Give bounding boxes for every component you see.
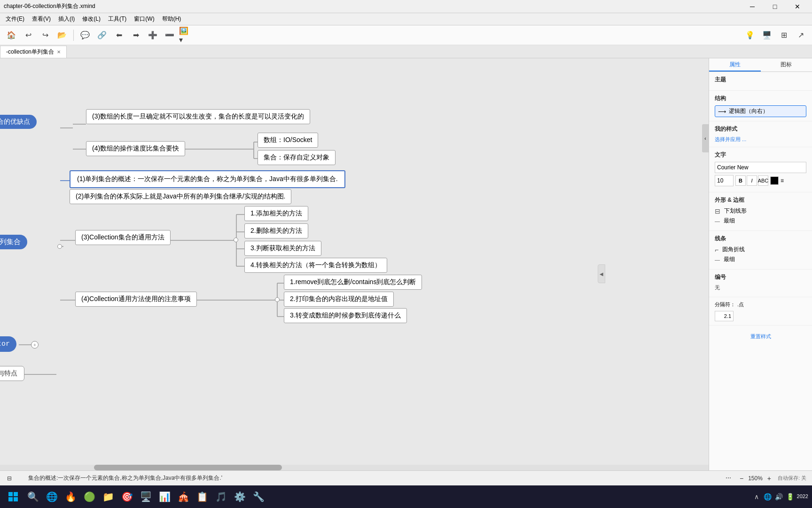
taskbar-search[interactable]: 🔍: [24, 488, 41, 505]
toolbar-open[interactable]: 📂: [55, 28, 70, 43]
start-button[interactable]: [4, 487, 23, 506]
menu-modify[interactable]: 修改(L): [78, 14, 104, 24]
node-list-system[interactable]: (2)单列集合的体系实际上就是Java中所有的单列集合继承/实现的结构图.: [70, 189, 291, 204]
node-print-collection[interactable]: 2.打印集合的内容出现的是地址值: [284, 292, 394, 307]
lines-title: 线条: [715, 235, 806, 243]
numbering-row: 无: [715, 284, 806, 291]
toolbar-screen[interactable]: 🖥️: [759, 28, 774, 43]
toolbar-minus[interactable]: ➖: [162, 28, 177, 43]
taskbar-explorer[interactable]: 📁: [100, 488, 117, 505]
toolbar-connect[interactable]: 🔗: [94, 28, 109, 43]
taskbar-app4[interactable]: 🎪: [175, 488, 192, 505]
node-get-method[interactable]: 3.判断获取相关的方法: [244, 241, 321, 256]
structure-logic-right[interactable]: ⟶ 逻辑图（向右）: [715, 105, 806, 117]
expand-dot-3[interactable]: +: [31, 341, 39, 349]
toolbar-bulb[interactable]: 💡: [742, 28, 757, 43]
menu-insert[interactable]: 插入(I): [55, 14, 78, 24]
scrollbar-horizontal[interactable]: [0, 465, 709, 470]
tray-time[interactable]: 2022: [797, 493, 808, 500]
menu-help[interactable]: 帮助(H): [158, 14, 185, 24]
text-align-btn[interactable]: ≡: [781, 177, 784, 184]
tab-icons[interactable]: 图标: [761, 58, 812, 71]
zoom-out-btn[interactable]: −: [737, 474, 746, 483]
taskbar-app6[interactable]: 🎵: [212, 488, 229, 505]
node-collection-methods[interactable]: (3)Collection集合的通用方法: [75, 230, 171, 245]
node-remove-contains[interactable]: 1.remove到底怎么删/contains到底怎么判断: [284, 275, 422, 290]
taskbar-app2[interactable]: 🖥️: [137, 488, 154, 505]
minimize-button[interactable]: ─: [742, 0, 763, 13]
status-more[interactable]: ⋯: [726, 475, 733, 482]
menu-bar: 文件(E) 查看(V) 插入(I) 修改(L) 工具(T) 窗口(W) 帮助(H…: [0, 13, 812, 25]
toolbar-image[interactable]: 🖼️ ▾: [179, 28, 194, 43]
toolbar-share[interactable]: ↗: [793, 28, 808, 43]
maximize-button[interactable]: □: [764, 0, 786, 13]
toolbar-plus[interactable]: ➕: [145, 28, 160, 43]
italic-button[interactable]: I: [747, 175, 757, 186]
tray-battery[interactable]: 🔋: [786, 492, 795, 501]
font-name-input[interactable]: Courier New: [715, 162, 806, 173]
taskbar-app1[interactable]: 🎯: [118, 488, 135, 505]
main-area: 合的优缺点 单列集合 tor + 与特点 + + (3)数组的长度一旦确定就不可…: [0, 58, 812, 470]
taskbar: 🔍 🌐 🔥 🟢 📁 🎯 🖥️ 📊 🎪 📋 🎵 ⚙️ 🔧 ∧ 🌐 🔊 🔋 2022: [0, 485, 812, 508]
tray-chevron[interactable]: ∧: [752, 492, 761, 501]
taskbar-browser2[interactable]: 🔥: [62, 488, 79, 505]
tray-volume[interactable]: 🔊: [774, 492, 784, 501]
abc-button[interactable]: ABC: [758, 175, 768, 186]
left-label-2[interactable]: 单列集合: [0, 235, 27, 249]
zoom-in-btn[interactable]: +: [765, 474, 774, 483]
toolbar-redo[interactable]: ↪: [38, 28, 53, 43]
scrollbar-thumb[interactable]: [94, 465, 282, 470]
left-label-1[interactable]: 合的优缺点: [0, 115, 37, 129]
left-label-4[interactable]: 与特点: [0, 366, 24, 381]
taskbar-app3[interactable]: 📊: [156, 488, 173, 505]
node-list-overview[interactable]: (1)单列集合的概述：一次保存一个元素的集合，称之为单列集合，Java中有很多单…: [70, 170, 345, 188]
panel-tabs: 属性 图标: [709, 58, 812, 72]
node-save-obj[interactable]: 集合：保存自定义对象: [258, 150, 336, 165]
bold-button[interactable]: B: [735, 175, 746, 186]
tab-main[interactable]: -collection单列集合 ✕: [0, 46, 67, 58]
toolbar-home[interactable]: 🏠: [4, 28, 19, 43]
toolbar-undo[interactable]: ↩: [21, 28, 36, 43]
taskbar-browser3[interactable]: 🟢: [81, 488, 98, 505]
node-array-length[interactable]: (3)数组的长度一旦确定就不可以发生改变，集合的长度是可以灵活变化的: [86, 109, 310, 124]
style-select-link[interactable]: 选择并应用 ...: [715, 136, 806, 143]
taskbar-app5[interactable]: 📋: [194, 488, 211, 505]
thickness-label: 最细: [724, 217, 735, 225]
node-array-speed[interactable]: (4)数组的操作速度比集合要快: [86, 141, 185, 156]
line-corner-icon: ⌐: [715, 246, 718, 254]
node-left-2: 单列集合: [0, 235, 27, 249]
node-add-method[interactable]: 1.添加相关的方法: [244, 206, 308, 221]
number-input[interactable]: [715, 311, 734, 321]
reset-style-link[interactable]: 重置样式: [715, 333, 806, 340]
toolbar-comment[interactable]: 💬: [78, 28, 93, 43]
tab-close-button[interactable]: ✕: [57, 49, 61, 55]
node-convert-method[interactable]: 4.转换相关的方法（将一个集合转换为数组）: [244, 258, 387, 273]
canvas-area[interactable]: 合的优缺点 单列集合 tor + 与特点 + + (3)数组的长度一旦确定就不可…: [0, 58, 709, 470]
menu-window[interactable]: 窗口(W): [130, 14, 158, 24]
taskbar-app7[interactable]: ⚙️: [231, 488, 248, 505]
panel-toggle[interactable]: ‹: [702, 124, 709, 152]
tab-bar: -collection单列集合 ✕: [0, 45, 812, 58]
node-del-method[interactable]: 2.删除相关的方法: [244, 223, 308, 238]
section-structure: 结构 ⟶ 逻辑图（向右）: [709, 91, 812, 121]
tab-properties[interactable]: 属性: [709, 58, 761, 71]
my-style-title: 我的样式: [715, 125, 806, 133]
menu-tools[interactable]: 工具(T): [104, 14, 130, 24]
font-size-input[interactable]: 10: [715, 175, 734, 186]
toolbar-right[interactable]: ➡: [128, 28, 143, 43]
menu-file[interactable]: 文件(E): [2, 14, 28, 24]
menu-view[interactable]: 查看(V): [28, 14, 55, 24]
taskbar-browser1[interactable]: 🌐: [43, 488, 60, 505]
panel-collapse-btn[interactable]: ◀: [598, 264, 605, 283]
node-convert-array[interactable]: 3.转变成数组的时候参数到底传递什么: [284, 308, 407, 323]
close-button[interactable]: ✕: [787, 0, 808, 13]
font-color-box[interactable]: [770, 176, 779, 185]
node-io-socket[interactable]: 数组：IO/Socket: [258, 133, 318, 148]
taskbar-app8[interactable]: 🔧: [250, 488, 267, 505]
left-label-3[interactable]: tor: [0, 336, 16, 352]
thickness-row: — 最细: [715, 217, 806, 225]
toolbar-left[interactable]: ⬅: [111, 28, 126, 43]
toolbar-layout[interactable]: ⊞: [776, 28, 791, 43]
tray-network[interactable]: 🌐: [763, 492, 773, 501]
node-collection-notes[interactable]: (4)Collection通用方法使用的注意事项: [75, 292, 197, 307]
